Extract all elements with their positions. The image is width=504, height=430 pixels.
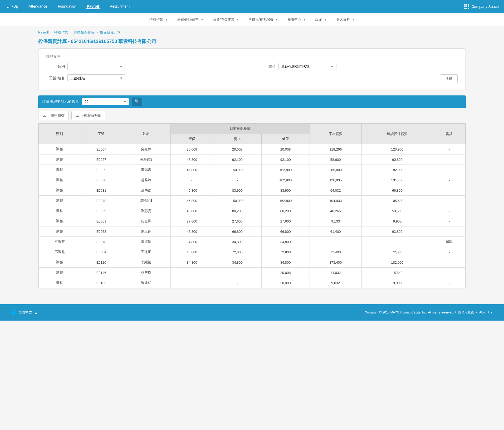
- table-row: 調整 E0059 劉惠雯 45,800 80,200 80,200 48,266…: [39, 206, 466, 216]
- cell-remark: -: [433, 278, 466, 288]
- chevron-down-icon: ▼: [303, 18, 306, 21]
- cell-employee-id: E0063: [81, 226, 122, 237]
- globe-icon: 🌐: [11, 310, 16, 315]
- cell-labor-insurance: 45,800: [170, 226, 213, 237]
- cell-remark: -: [433, 206, 466, 216]
- cell-category: 調整: [39, 216, 81, 226]
- table-row: 不調整 E0084 王建正 45,800 72,800 72,800 72,40…: [39, 247, 466, 257]
- chevron-down-icon: ▼: [201, 18, 203, 21]
- cell-health-insurance: 27,600: [261, 216, 310, 226]
- cell-average-salary: 72,400: [310, 247, 361, 257]
- search-btn-container: 搜尋: [257, 74, 458, 83]
- nav-linkup[interactable]: LinkUp: [5, 4, 19, 9]
- footer-language[interactable]: 🌐 繁體中文 ▲: [11, 310, 38, 315]
- table-row: 調整 E0030 趙雅鈴 - - 162,800 126,935 131,700…: [39, 175, 466, 185]
- cell-employee-id: E0165: [81, 278, 122, 288]
- download-salary-button[interactable]: ☁ 下載薪資明細: [71, 111, 105, 120]
- breadcrumb-sep2: ›: [70, 30, 72, 34]
- cell-suggested-insurance: 72,800: [361, 247, 433, 257]
- chevron-down-icon: ▼: [324, 18, 327, 21]
- cell-name: 陳曉音S: [122, 196, 170, 206]
- top-nav-links: LinkUp Attendance Foundation Payroll Rec…: [5, 4, 464, 9]
- cell-labor-pension: 80,200: [213, 206, 261, 216]
- cell-labor-insurance: 45,800: [170, 196, 213, 206]
- cell-health-insurance: 83,900: [261, 185, 310, 196]
- action-buttons: ☁ 下載申報檔 ☁ 下載薪資明細: [38, 108, 466, 123]
- table-row: 調整 E0120 李純裕 34,800 34,800 34,800 373,40…: [39, 257, 466, 268]
- search-button[interactable]: 搜尋: [440, 74, 458, 83]
- subnav-personal[interactable]: 個人資料 ▼: [331, 13, 359, 26]
- cell-remark: -: [433, 247, 466, 257]
- cell-suggested-insurance: 9,900: [361, 278, 433, 288]
- cell-labor-pension: 72,800: [213, 247, 261, 257]
- cell-employee-id: E0029: [81, 165, 122, 175]
- cell-category: 調整: [39, 278, 81, 288]
- privacy-policy-link[interactable]: 隱私權政策: [458, 311, 474, 314]
- nav-attendance[interactable]: Attendance: [27, 4, 49, 9]
- cell-employee-id: E0084: [81, 247, 122, 257]
- breadcrumb-payroll[interactable]: Payroll: [38, 30, 49, 34]
- table-row: 調整 E0007 吳鈺婷 20,008 20,008 20,008 118,26…: [39, 144, 466, 154]
- subnav-tax[interactable]: 所得稅/補充保費 ▼: [244, 13, 283, 26]
- table-row: 調整 E0061 沈金鳳 27,600 27,600 27,600 9,133 …: [39, 216, 466, 226]
- insurance-table: 類別 工號 姓名 目前投保薪資 平均薪資 建議投保薪資 備註 勞保 勞退 健保 …: [38, 123, 466, 288]
- search-icon-button[interactable]: 🔍: [132, 98, 142, 106]
- cell-remark: -: [433, 154, 466, 165]
- cell-labor-insurance: 34,800: [170, 237, 213, 247]
- table-row: 調整 E0031 蔡幼強 45,800 83,900 83,900 64,032…: [39, 185, 466, 196]
- download-report-button[interactable]: ☁ 下載申報檔: [38, 111, 69, 120]
- company-space-label: Company Space: [471, 4, 499, 9]
- cell-labor-pension: 150,000: [213, 165, 261, 175]
- cell-average-salary: 9,133: [310, 216, 361, 226]
- cell-category: 不調整: [39, 237, 81, 247]
- table-row: 不調整 E0078 陳淑娟 34,800 34,800 34,800 - - 留…: [39, 237, 466, 247]
- display-count-select[interactable]: 20 10 50 100: [82, 98, 129, 105]
- breadcrumb-sep1: ›: [51, 30, 53, 34]
- cell-health-insurance: 72,800: [261, 247, 310, 257]
- nav-foundation[interactable]: Foundation: [56, 4, 77, 9]
- unit-select[interactable]: 單位代碼/部門名稱: [278, 63, 336, 70]
- subnav-pending[interactable]: 待辦作業 ▼: [145, 13, 173, 26]
- nav-payroll[interactable]: Payroll: [86, 4, 101, 9]
- cell-name: 王建正: [122, 247, 170, 257]
- cell-name: 陳達然: [122, 278, 170, 288]
- subnav-salary-bonus[interactable]: 薪資/獎金作業 ▼: [208, 13, 244, 26]
- table-row: 調整 E0029 潘志書 45,800 150,000 162,800 385,…: [39, 165, 466, 175]
- cell-average-salary: 373,400: [310, 257, 361, 268]
- cell-health-insurance: 34,800: [261, 237, 310, 247]
- cell-suggested-insurance: 66,800: [361, 185, 433, 196]
- subnav-salary-insurance[interactable]: 薪資/保險資料 ▼: [173, 13, 208, 26]
- cell-name: 蔡幼強: [122, 185, 170, 196]
- cell-suggested-insurance: 60,800: [361, 154, 433, 165]
- cell-remark: -: [433, 165, 466, 175]
- cell-health-insurance: 20,008: [261, 278, 310, 288]
- cell-health-insurance: 20,008: [261, 268, 310, 278]
- chevron-up-icon: ▲: [34, 311, 38, 315]
- cell-labor-insurance: -: [170, 268, 213, 278]
- cell-labor-pension: 20,008: [213, 144, 261, 154]
- search-row-2: 工號/姓名 工號/姓名 搜尋: [46, 74, 458, 83]
- cell-suggested-insurance: 63,800: [361, 226, 433, 237]
- breadcrumb-sep3: ›: [97, 30, 99, 34]
- category-select[interactable]: -- 調整 不調整: [67, 63, 125, 70]
- nav-recruitment[interactable]: Recruitment: [108, 4, 131, 9]
- col-header-health-insurance: 健保: [261, 134, 310, 144]
- breadcrumb-pending[interactable]: 待辦作業: [54, 30, 68, 34]
- grid-icon: [464, 4, 469, 9]
- subnav-settings[interactable]: 設定 ▼: [311, 13, 332, 26]
- breadcrumb-current[interactable]: 投保薪資計算: [100, 30, 120, 34]
- breadcrumb-adjust[interactable]: 調整投保薪資: [74, 30, 94, 34]
- copyright-text: Copyright © 2018 MAYO Human Capital Inc.…: [365, 311, 454, 314]
- breadcrumb: Payroll › 待辦作業 › 調整投保薪資 › 投保薪資計算: [0, 26, 504, 37]
- about-us-link[interactable]: About Us: [479, 311, 492, 314]
- cell-suggested-insurance: 105,600: [361, 196, 433, 206]
- cell-category: 調整: [39, 154, 81, 165]
- category-label: 類別: [46, 64, 65, 69]
- col-header-suggested-insurance: 建議投保薪資: [361, 124, 433, 144]
- company-space-btn[interactable]: Company Space: [464, 4, 499, 9]
- search-icon: 🔍: [134, 99, 140, 104]
- employee-select[interactable]: 工號/姓名: [67, 74, 125, 82]
- subnav-reports[interactable]: 報表中心 ▼: [283, 13, 311, 26]
- footer: 🌐 繁體中文 ▲ Copyright © 2018 MAYO Human Cap…: [0, 304, 504, 321]
- cell-remark: -: [433, 216, 466, 226]
